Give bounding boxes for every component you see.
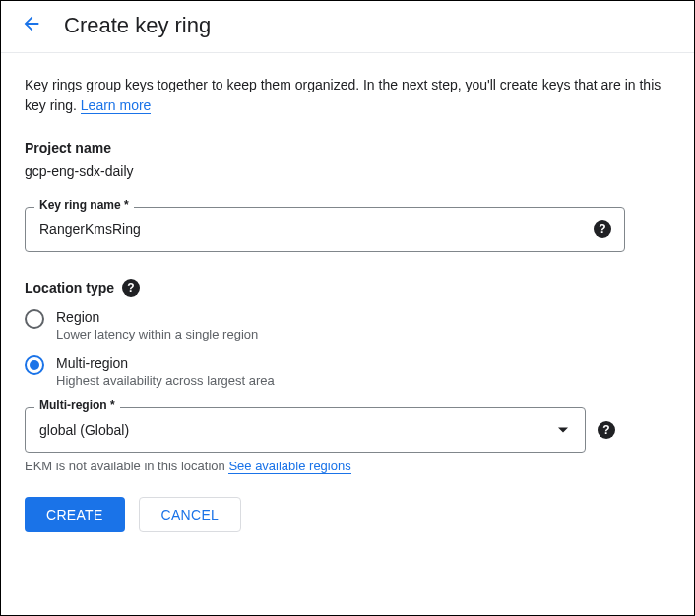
radio-title: Region xyxy=(56,309,258,325)
description-text: Key rings group keys together to keep th… xyxy=(25,75,670,116)
multi-region-select[interactable]: global (Global) xyxy=(25,407,586,453)
back-arrow-icon[interactable] xyxy=(21,13,42,38)
cancel-button[interactable]: Cancel xyxy=(139,497,242,532)
help-icon[interactable]: ? xyxy=(122,279,140,297)
key-ring-name-input[interactable] xyxy=(25,207,625,252)
radio-button[interactable] xyxy=(25,309,44,329)
radio-button[interactable] xyxy=(25,355,44,375)
create-button[interactable]: Create xyxy=(25,497,125,532)
button-row: Create Cancel xyxy=(25,497,670,532)
project-name-value: gcp-eng-sdx-daily xyxy=(25,163,670,179)
see-available-regions-link[interactable]: See available regions xyxy=(228,459,350,474)
project-name-label: Project name xyxy=(25,140,670,155)
key-ring-name-label: Key ring name * xyxy=(34,198,134,212)
helper-text-body: EKM is not available in this location xyxy=(25,459,228,473)
radio-title: Multi-region xyxy=(56,355,275,371)
key-ring-name-field: Key ring name * ? xyxy=(25,207,625,252)
page-header: Create key ring xyxy=(1,1,694,53)
multi-region-helper: EKM is not available in this location Se… xyxy=(25,459,670,473)
radio-option-region[interactable]: Region Lower latency within a single reg… xyxy=(25,309,670,341)
location-type-header: Location type ? xyxy=(25,279,670,297)
help-icon[interactable]: ? xyxy=(598,421,615,439)
content-area: Key rings group keys together to keep th… xyxy=(1,53,694,554)
radio-option-multi-region[interactable]: Multi-region Highest availability across… xyxy=(25,355,670,388)
help-icon[interactable]: ? xyxy=(594,220,611,238)
location-type-radio-group: Region Lower latency within a single reg… xyxy=(25,309,670,388)
multi-region-field: Multi-region * global (Global) ? xyxy=(25,407,625,453)
radio-description: Highest availability across largest area xyxy=(56,373,275,388)
page-title: Create key ring xyxy=(64,13,211,38)
location-type-label: Location type xyxy=(25,280,114,296)
learn-more-link[interactable]: Learn more xyxy=(81,97,152,114)
radio-description: Lower latency within a single region xyxy=(56,327,258,341)
multi-region-value: global (Global) xyxy=(39,422,129,438)
multi-region-label: Multi-region * xyxy=(34,399,120,412)
